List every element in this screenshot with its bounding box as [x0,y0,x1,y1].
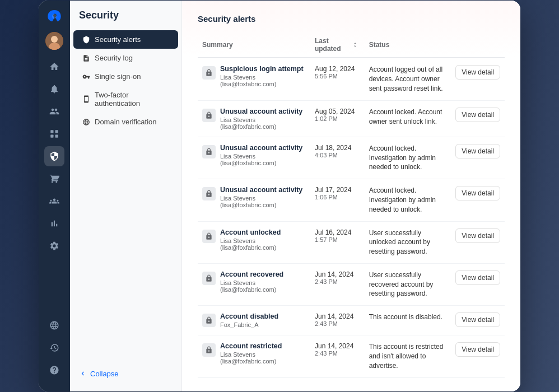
timestamp-cell: Jul 16, 2024 1:57 PM [310,221,365,263]
action-cell: View detail [451,221,505,263]
summary-cell: Unusual account activity Lisa Stevens (l… [202,108,306,130]
status-cell: Account locked. Account owner sent unloc… [365,100,451,137]
nav-item-sso[interactable]: Single sign-on [73,67,178,86]
table-row: Unusual account activity Lisa Stevens (l… [198,100,505,137]
timestamp-date: Aug 05, 2024 [315,108,360,115]
sidebar-item-home[interactable] [44,57,64,77]
sidebar-item-pages[interactable] [44,124,64,144]
summary-cell: Suspicious login attempt Lisa Stevens (l… [202,65,306,87]
action-cell: View detail [451,179,505,221]
status-cell: Account locked. Investigation by admin n… [365,179,451,221]
sidebar-item-settings[interactable] [44,236,64,256]
row-icon [202,343,216,357]
row-icon [202,187,216,200]
sidebar-item-groups[interactable] [44,191,64,211]
timestamp-cell: Jun 14, 2024 2:43 PM [310,263,365,305]
th-status: Status [365,32,451,58]
action-cell: View detail [451,100,505,137]
timestamp-time: 2:43 PM [315,320,360,327]
timestamp-date: Jun 14, 2024 [315,342,360,350]
status-cell: User successfully recovered account by r… [365,263,451,305]
view-detail-button[interactable]: View detail [455,65,500,80]
avatar[interactable] [45,32,63,50]
summary-email: Lisa Stevens (lisa@foxfabric.com) [220,351,306,365]
summary-email: Lisa Stevens (lisa@foxfabric.com) [220,153,306,166]
view-detail-button[interactable]: View detail [455,186,500,200]
status-text: Account locked. Investigation by admin n… [369,186,447,214]
row-icon [202,272,216,285]
content-title: Security alerts [198,14,505,24]
timestamp-time: 5:56 PM [315,73,360,80]
summary-email: Lisa Stevens (lisa@foxfabric.com) [220,74,306,87]
view-detail-button[interactable]: View detail [455,312,500,327]
row-icon [202,230,216,243]
action-cell: View detail [451,335,505,377]
action-cell: View detail [451,58,505,100]
status-text: Account logged out of all devices. Accou… [369,65,447,93]
nav-item-2fa[interactable]: Two-factor authentication [73,86,178,113]
table-row: Account recovered Lisa Stevens (lisa@fox… [198,263,505,305]
timestamp-date: Jun 14, 2024 [315,270,360,278]
timestamp-cell: Jun 14, 2024 2:43 PM [310,306,365,335]
timestamp-cell: Aug 12, 2024 5:56 PM [310,58,365,100]
sidebar-item-security[interactable] [44,146,64,166]
sidebar-item-notifications[interactable] [44,79,64,99]
summary-cell: Account unlocked Lisa Stevens (lisa@foxf… [202,228,306,251]
summary-title: Account unlocked [220,228,306,236]
timestamp-cell: Aug 05, 2024 1:02 PM [310,100,365,137]
timestamp-date: Jul 16, 2024 [315,228,360,236]
table-row: Unusual account activity Lisa Stevens (l… [198,137,505,179]
main-window: Security Security alerts Security log Si… [39,1,520,391]
status-cell: Account locked. Investigation by admin n… [365,137,451,179]
summary-email: Lisa Stevens (lisa@foxfabric.com) [220,237,306,251]
view-detail-button[interactable]: View detail [455,144,500,158]
sidebar-item-people[interactable] [44,101,64,122]
table-row: Account unlocked Lisa Stevens (lisa@foxf… [198,221,505,263]
nav-item-domain[interactable]: Domain verification [73,113,178,131]
status-text: User successfully unlocked account by re… [369,228,447,256]
sidebar-item-help[interactable] [44,360,64,380]
th-summary: Summary [198,32,310,58]
table-row: Unusual account activity Lisa Stevens (l… [198,179,505,221]
svg-point-0 [52,14,57,19]
th-last-updated[interactable]: Last updated [310,32,365,58]
view-detail-button[interactable]: View detail [455,342,500,357]
svg-rect-4 [50,130,53,133]
status-text: Account locked. Investigation by admin n… [369,144,447,172]
nav-item-security-alerts[interactable]: Security alerts [73,30,178,49]
summary-email: Lisa Stevens (lisa@foxfabric.com) [220,279,306,293]
svg-rect-7 [55,135,58,138]
left-nav-title: Security [70,10,181,30]
sidebar-item-globe[interactable] [44,315,64,335]
summary-cell: Account disabled Fox_Fabric_A [202,312,306,328]
sidebar-item-history[interactable] [44,338,64,358]
timestamp-cell: Jun 14, 2024 2:43 PM [310,335,365,377]
alerts-table: Summary Last updated Status [198,32,505,377]
status-text: User successfully recovered account by r… [369,270,447,298]
summary-title: Unusual account activity [220,108,306,115]
summary-email: Lisa Stevens (lisa@foxfabric.com) [220,116,306,130]
summary-cell: Account recovered Lisa Stevens (lisa@fox… [202,270,306,293]
summary-title: Account recovered [220,270,306,278]
th-action [451,32,505,58]
summary-email: Fox_Fabric_A [220,321,278,328]
nav-item-security-log[interactable]: Security log [73,49,178,67]
view-detail-button[interactable]: View detail [455,108,500,122]
timestamp-time: 1:02 PM [315,115,360,122]
sidebar-item-shop[interactable] [44,169,64,189]
status-cell: Account logged out of all devices. Accou… [365,58,451,100]
timestamp-date: Aug 12, 2024 [315,65,360,73]
timestamp-time: 1:06 PM [315,194,360,200]
view-detail-button[interactable]: View detail [455,228,500,243]
timestamp-date: Jul 17, 2024 [315,186,360,194]
summary-title: Account restricted [220,342,306,350]
summary-title: Account disabled [220,312,278,320]
timestamp-date: Jun 14, 2024 [315,312,360,320]
left-nav: Security Security alerts Security log Si… [70,1,182,391]
sidebar-icons [39,1,70,391]
view-detail-button[interactable]: View detail [455,270,500,285]
sidebar-item-analytics[interactable] [44,213,64,234]
row-icon [202,66,216,80]
collapse-button[interactable]: Collapse [70,365,181,382]
row-icon [202,145,216,158]
